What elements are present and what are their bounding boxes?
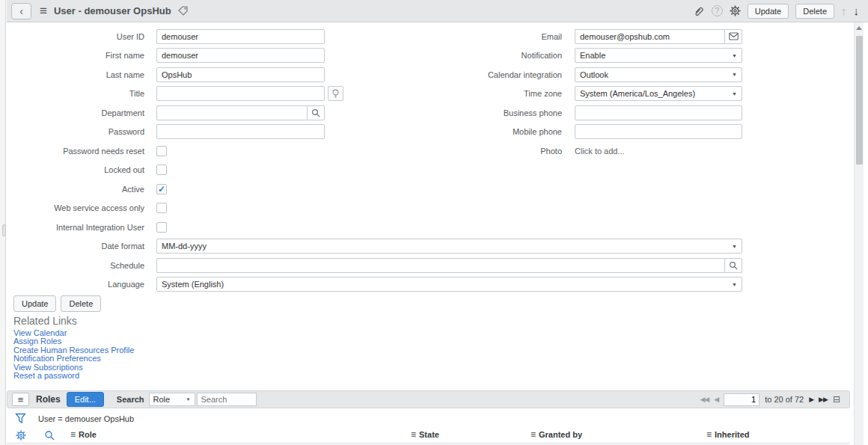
select-value: Enable — [580, 51, 732, 60]
vertical-scrollbar[interactable] — [854, 22, 864, 445]
attachment-paperclip-icon[interactable] — [693, 5, 705, 17]
field-label: Time zone — [397, 89, 562, 98]
suggestion-lightbulb-button[interactable] — [328, 86, 343, 101]
list-search-icon[interactable] — [44, 430, 55, 442]
form-row-language: Language System (English) ▼ — [7, 275, 748, 295]
user-id-input[interactable] — [156, 29, 325, 44]
check-icon: ✓ — [158, 185, 165, 194]
column-header-state[interactable]: ≡ State — [411, 430, 439, 439]
roles-filter-row: User = demouser OpsHub — [7, 409, 850, 428]
date-format-select[interactable]: MM-dd-yyyy ▼ — [156, 239, 742, 254]
scroll-up-arrow-icon[interactable]: ↑ — [841, 5, 847, 16]
last-page-icon[interactable]: ▶▶ — [819, 396, 828, 403]
roles-list-header: ≡ Roles Edit... Search Role ▼ ◀◀ ◀ to 20… — [7, 390, 850, 408]
footer-delete-button[interactable]: Delete — [61, 295, 101, 312]
help-icon[interactable]: ? — [712, 5, 723, 16]
first-name-input[interactable] — [156, 48, 325, 63]
chevron-down-icon: ▼ — [732, 91, 737, 96]
schedule-lookup-button[interactable] — [724, 258, 742, 273]
chevron-down-icon: ▼ — [732, 53, 737, 58]
column-label: Inherited — [715, 430, 749, 439]
schedule-input[interactable] — [156, 258, 724, 273]
filter-condition-text[interactable]: User = demouser OpsHub — [38, 414, 134, 423]
column-menu-icon[interactable]: ≡ — [411, 430, 416, 439]
form-row-active: Active ✓ — [7, 179, 748, 199]
mobile-phone-input[interactable] — [575, 124, 742, 139]
form-row-business-phone: Business phone — [397, 103, 752, 123]
column-menu-icon[interactable]: ≡ — [706, 430, 712, 439]
department-lookup-button[interactable] — [307, 105, 325, 120]
header-update-button[interactable]: Update — [748, 4, 789, 19]
collapse-list-icon[interactable]: ⊟ — [833, 395, 840, 404]
form-row-schedule: Schedule — [7, 256, 748, 275]
business-phone-input[interactable] — [575, 105, 742, 120]
tag-icon[interactable] — [177, 5, 189, 16]
scrollbar-thumb[interactable] — [856, 36, 863, 165]
form-row-internal-integration-user: Internal Integration User ✓ — [7, 218, 748, 237]
scrollbar-up-arrow[interactable] — [856, 26, 862, 30]
field-label: Language — [7, 280, 144, 289]
column-menu-icon[interactable]: ≡ — [531, 430, 536, 439]
list-personalize-gear-icon[interactable] — [16, 430, 26, 442]
column-label: Role — [79, 430, 97, 439]
send-email-button[interactable] — [724, 29, 742, 44]
select-value: System (English) — [162, 280, 732, 289]
column-header-granted-by[interactable]: ≡ Granted by — [531, 430, 582, 439]
footer-update-button[interactable]: Update — [13, 295, 56, 312]
roles-list-menu-button[interactable]: ≡ — [12, 393, 29, 406]
select-value: MM-dd-yyyy — [162, 242, 732, 251]
column-header-inherited[interactable]: ≡ Inherited — [706, 430, 749, 439]
chevron-down-icon: ▼ — [186, 397, 191, 402]
field-label: Password needs reset — [7, 147, 144, 156]
title-input[interactable] — [156, 86, 325, 101]
password-needs-reset-checkbox[interactable]: ✓ — [156, 146, 167, 156]
filter-funnel-icon[interactable] — [15, 413, 26, 424]
form-row-web-service-access: Web service access only ✓ — [7, 199, 748, 218]
current-page-input[interactable] — [724, 393, 760, 406]
form-header-bar: ‹ ≡ User - demouser OpsHub ? Update Dele… — [7, 0, 868, 22]
next-page-icon[interactable]: ▶ — [809, 396, 813, 403]
select-value: System (America/Los_Angeles) — [580, 89, 732, 98]
field-label: Active — [7, 185, 144, 194]
language-select[interactable]: System (English) ▼ — [156, 277, 742, 292]
password-input[interactable] — [156, 124, 325, 139]
link-reset-password[interactable]: Reset a password — [13, 372, 134, 380]
field-label: Internal Integration User — [7, 223, 144, 232]
settings-gear-icon[interactable] — [730, 5, 741, 16]
field-label: Title — [7, 89, 144, 98]
time-zone-select[interactable]: System (America/Los_Angeles) ▼ — [575, 86, 742, 101]
column-header-role[interactable]: ≡ Role — [70, 430, 97, 439]
lightbulb-icon — [331, 89, 340, 99]
chevron-down-icon: ▼ — [732, 72, 737, 77]
header-delete-button[interactable]: Delete — [795, 4, 834, 19]
active-checkbox[interactable]: ✓ — [156, 184, 167, 194]
search-label: Search — [117, 395, 144, 404]
calendar-integration-select[interactable]: Outlook ▼ — [575, 67, 742, 82]
chevron-down-icon: ▼ — [732, 282, 737, 287]
department-input[interactable] — [156, 105, 307, 120]
back-button[interactable]: ‹ — [11, 3, 31, 19]
context-menu-icon[interactable]: ≡ — [40, 4, 47, 17]
search-icon — [729, 261, 738, 270]
roles-edit-button[interactable]: Edit... — [67, 392, 104, 407]
email-input[interactable] — [575, 29, 724, 44]
field-label: Last name — [7, 70, 144, 79]
internal-integration-user-checkbox[interactable]: ✓ — [156, 222, 167, 233]
scroll-down-arrow-icon[interactable]: ↓ — [854, 5, 860, 16]
back-chevron-icon: ‹ — [19, 6, 23, 16]
photo-add-link[interactable]: Click to add... — [575, 147, 625, 156]
web-service-access-checkbox[interactable]: ✓ — [156, 203, 167, 213]
link-notification-preferences[interactable]: Notification Preferences — [13, 355, 134, 363]
select-value: Outlook — [580, 70, 732, 79]
form-row-mobile-phone: Mobile phone — [397, 123, 752, 142]
locked-out-checkbox[interactable]: ✓ — [156, 165, 167, 175]
notification-select[interactable]: Enable ▼ — [575, 48, 742, 63]
form-row-notification: Notification Enable ▼ — [397, 46, 752, 66]
first-page-icon[interactable]: ◀◀ — [700, 396, 709, 403]
search-column-select[interactable]: Role ▼ — [149, 393, 195, 406]
previous-page-icon[interactable]: ◀ — [714, 396, 718, 403]
column-menu-icon[interactable]: ≡ — [70, 430, 76, 439]
pane-collapse-handle[interactable] — [2, 224, 6, 236]
last-name-input[interactable] — [156, 67, 325, 82]
roles-search-input[interactable] — [197, 393, 257, 406]
